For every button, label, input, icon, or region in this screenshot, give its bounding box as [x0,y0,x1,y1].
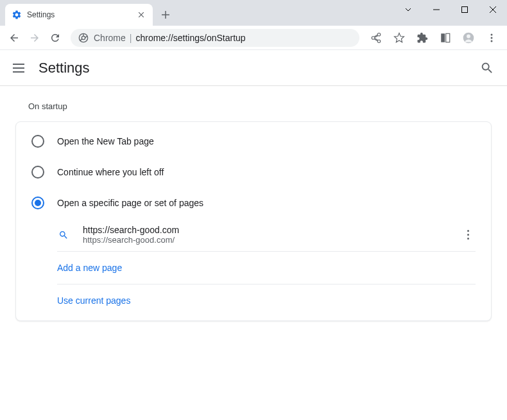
settings-header: Settings [0,50,507,86]
bookmark-icon[interactable] [389,28,409,48]
maximize-button[interactable] [451,0,479,19]
url-prefix: Chrome [94,33,126,43]
add-page-link: Add a new page [57,263,122,273]
add-page-row[interactable]: Add a new page [16,252,491,284]
tab-title: Settings [27,10,136,19]
window-dropdown[interactable] [394,0,422,19]
address-bar[interactable]: Chrome | chrome://settings/onStartup [71,29,359,47]
more-actions-button[interactable] [460,227,476,243]
page-title: Settings [39,60,90,76]
browser-tab[interactable]: Settings [5,4,153,26]
search-settings-button[interactable] [480,61,494,75]
svg-rect-1 [462,7,468,13]
option-new-tab[interactable]: Open the New Tab page [16,126,491,157]
reading-list-icon[interactable] [435,28,456,48]
close-window-button[interactable] [479,0,507,19]
radio-label: Open the New Tab page [57,136,154,146]
option-specific-pages[interactable]: Open a specific page or set of pages [16,188,491,218]
gear-icon [12,10,22,20]
radio-icon [31,166,44,179]
menu-icon[interactable] [481,28,502,48]
svg-point-7 [467,34,470,38]
search-icon [57,229,70,241]
page-entry-url: https://search-good.com/ [83,235,460,245]
toolbar: Chrome | chrome://settings/onStartup [0,26,507,50]
close-tab-icon[interactable] [136,10,146,20]
svg-point-8 [491,33,493,35]
new-tab-button[interactable] [157,6,175,24]
radio-label: Continue where you left off [57,167,164,177]
back-button[interactable] [5,29,23,47]
extensions-icon[interactable] [412,28,433,48]
forward-button[interactable] [26,29,44,47]
startup-card: Open the New Tab page Continue where you… [15,121,492,321]
profile-icon[interactable] [458,28,479,48]
startup-page-row: https://search-good.com https://search-g… [16,218,491,251]
svg-rect-4 [441,33,445,42]
radio-label: Open a specific page or set of pages [57,198,203,208]
settings-content: On startup Open the New Tab page Continu… [0,86,507,321]
share-icon[interactable] [366,28,386,48]
svg-point-9 [491,37,493,39]
minimize-button[interactable] [422,0,451,19]
option-continue[interactable]: Continue where you left off [16,157,491,188]
section-title: On startup [28,101,492,111]
reload-button[interactable] [46,29,64,47]
svg-rect-5 [446,33,450,42]
page-entry-title: https://search-good.com [83,225,460,235]
use-current-link: Use current pages [57,295,130,306]
url-separator: | [130,33,132,43]
url-text: chrome://settings/onStartup [135,33,245,43]
radio-icon [31,135,44,148]
use-current-row[interactable]: Use current pages [16,284,491,317]
chrome-icon [78,33,89,43]
radio-icon [31,197,44,209]
hamburger-menu[interactable] [13,60,28,76]
svg-point-10 [491,40,493,42]
